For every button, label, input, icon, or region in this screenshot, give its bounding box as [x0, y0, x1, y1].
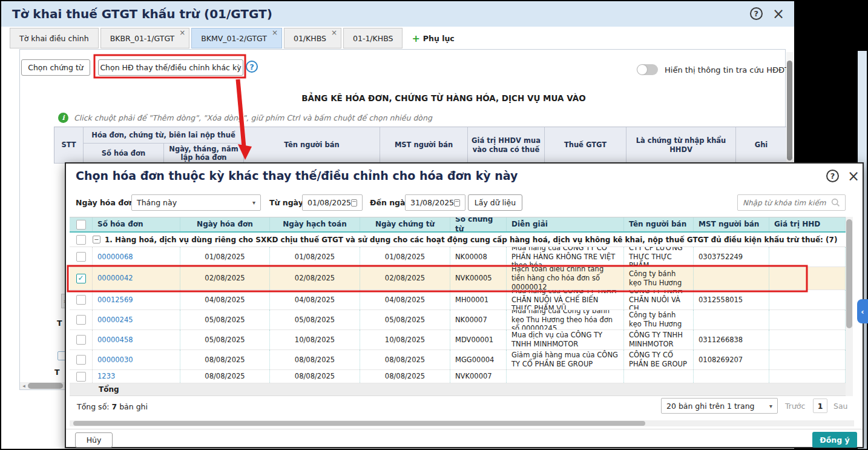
tab[interactable]: 01/KHBS ×	[284, 28, 341, 48]
einvoice-lookup-toggle[interactable]	[637, 64, 658, 75]
ok-button[interactable]: Đồng ý	[812, 432, 857, 448]
calendar-icon[interactable]	[351, 199, 357, 207]
invoice-number-link[interactable]: 00000245	[97, 316, 133, 325]
modal-help-icon[interactable]: ?	[826, 170, 839, 182]
next-page-button[interactable]: Sau	[833, 402, 848, 411]
column-stt: STT	[54, 127, 84, 164]
invoice-number-link[interactable]: 1233	[97, 372, 115, 381]
value-cell	[769, 350, 846, 369]
feature-help-icon[interactable]: ?	[246, 61, 258, 73]
collapse-icon[interactable]: −	[93, 236, 100, 243]
invoice-number-link[interactable]: 00012569	[97, 296, 133, 305]
invoice-date-cell: 08/08/2025	[180, 370, 270, 383]
current-page-box[interactable]: 1	[813, 399, 827, 413]
group-row[interactable]: − 1. Hàng hoá, dịch vụ dùng riêng cho SX…	[70, 233, 846, 247]
window-titlebar: Tờ khai thuế GTGT khấu trừ (01/GTGT) ? ×	[1, 1, 794, 27]
clipped-text-fragment: T	[57, 319, 62, 328]
seller-name-cell: CÔNG TY TNHH CHĂN NUÔI VÀ CH...	[624, 290, 694, 309]
tab-close-icon[interactable]: ×	[272, 29, 278, 36]
row-checkbox[interactable]: ✓	[76, 274, 86, 283]
column-vat: Thuế GTGT	[545, 127, 626, 164]
search-input[interactable]	[743, 199, 831, 207]
value-cell	[769, 247, 846, 266]
search-icon	[831, 198, 840, 207]
tab[interactable]: Tờ khai điều chỉnh	[10, 28, 99, 48]
select-all-checkbox[interactable]	[76, 220, 86, 230]
tab-strip: Tờ khai điều chỉnh BKBR_01-1/GTGT × BKMV…	[10, 28, 462, 48]
horizontal-scrollbar[interactable]: ◂	[20, 382, 66, 389]
modal-horizontal-scrollbar-thumb[interactable]	[73, 421, 645, 426]
invoice-row[interactable]: 00000068 01/08/2025 01/08/2025 01/08/202…	[70, 247, 846, 267]
col-document-no: Số chứng từ	[450, 217, 507, 231]
close-icon[interactable]: ×	[772, 8, 784, 20]
invoice-row[interactable]: 00000458 05/08/2025 10/08/2025 10/08/202…	[70, 330, 846, 350]
purchase-table-header: STT Hóa đơn, chứng từ, biên lai nộp thuế…	[54, 127, 787, 164]
to-date-input[interactable]: 31/08/2025	[405, 194, 465, 211]
document-number-cell: NVK00005	[450, 267, 507, 290]
period-select[interactable]: Tháng này ▾	[131, 194, 261, 211]
info-icon: i	[58, 113, 68, 123]
value-cell	[769, 290, 846, 309]
invoice-date-filter-label: Ngày hóa đơn*	[76, 198, 140, 207]
seller-name-cell: CÔNG TY TNHH MINHMOTOR	[624, 330, 694, 349]
add-tab-button[interactable]: + Phụ lục	[404, 28, 461, 48]
tax-code-cell: 0108269207	[694, 350, 769, 369]
tab[interactable]: BKMV_01-2/GTGT ×	[191, 28, 282, 48]
invoice-row[interactable]: 1233 08/08/2025 08/08/2025 08/08/2025 NV…	[70, 370, 846, 383]
description-cell: Mua hàng của CÔNG TY CỔ PHẦN HÀNG KHÔNG …	[507, 247, 624, 266]
column-invoice-group: Hóa đơn, chứng từ, biên lai nộp thuế	[84, 127, 244, 144]
help-icon[interactable]: ?	[750, 7, 763, 20]
horizontal-scrollbar-thumb[interactable]	[28, 383, 63, 389]
invoice-date-cell: 01/08/2025	[180, 247, 270, 266]
tax-code-cell: 0312558015	[694, 290, 769, 309]
modal-table-body: 00000068 01/08/2025 01/08/2025 01/08/202…	[70, 247, 846, 383]
row-checkbox[interactable]	[76, 252, 86, 262]
invoice-row[interactable]: ✓ 00000042 02/08/2025 02/08/2025 02/08/2…	[70, 267, 846, 290]
vertical-scrollbar-thumb[interactable]	[787, 61, 792, 160]
tab[interactable]: 01-1/KHBS	[343, 28, 403, 48]
scroll-left-icon[interactable]: ◂	[20, 383, 28, 389]
posting-date-cell: 04/08/2025	[270, 290, 360, 309]
invoice-row[interactable]: 00000245 05/08/2025 05/08/2025 05/08/202…	[70, 310, 846, 330]
row-checkbox[interactable]	[76, 372, 86, 382]
posting-date-cell: 05/08/2025	[270, 310, 360, 329]
invoice-number-link[interactable]: 00000458	[97, 336, 133, 345]
row-checkbox[interactable]	[76, 315, 86, 325]
modal-vertical-scrollbar-thumb[interactable]	[846, 219, 852, 328]
modal-close-icon[interactable]: ×	[847, 170, 860, 182]
invoice-row[interactable]: 00012569 04/08/2025 04/08/2025 04/08/202…	[70, 290, 846, 310]
select-documents-button[interactable]: Chọn chứng từ	[21, 59, 90, 76]
description-cell: Hạch toán điều chỉnh tăng tiền hàng cho …	[507, 267, 624, 290]
add-tab-label: Phụ lục	[423, 34, 455, 43]
select-invoice-modal: Chọn hóa đơn thuộc kỳ khác thay thế/điều…	[65, 162, 864, 448]
side-panel-handle[interactable]: ‹	[857, 299, 868, 323]
document-number-cell: MH00001	[450, 290, 507, 309]
row-checkbox[interactable]	[76, 355, 86, 365]
seller-name-cell: Công ty bánh kẹo Thu Hương	[624, 310, 694, 329]
select-invoice-other-period-button[interactable]: Chọn HĐ thay thế/điều chỉnh khác kỳ	[98, 59, 243, 76]
document-number-cell: NK00008	[450, 247, 507, 266]
prev-page-button[interactable]: Trước	[785, 402, 805, 411]
row-checkbox[interactable]	[76, 335, 86, 345]
document-date-cell: 08/08/2025	[360, 370, 450, 383]
search-box[interactable]	[737, 194, 846, 211]
row-checkbox[interactable]	[76, 295, 86, 305]
invoice-number-link[interactable]: 00000042	[97, 274, 133, 283]
column-seller: Tên người bán	[244, 127, 380, 164]
load-data-button[interactable]: Lấy dữ liệu	[468, 194, 522, 211]
tab-label: Tờ khai điều chỉnh	[19, 34, 89, 43]
modal-vertical-scrollbar[interactable]	[846, 217, 853, 396]
invoice-number-link[interactable]: 00000030	[97, 356, 133, 365]
from-date-input[interactable]: 01/08/2025	[302, 194, 363, 211]
cancel-button[interactable]: Hủy	[75, 432, 113, 448]
group-checkbox[interactable]	[76, 235, 86, 245]
tab-close-icon[interactable]: ×	[179, 29, 185, 36]
page-size-select[interactable]: 20 bản ghi trên 1 trang ▾	[661, 398, 778, 414]
posting-date-cell: 08/08/2025	[270, 350, 360, 369]
tab[interactable]: BKBR_01-1/GTGT ×	[100, 28, 190, 48]
invoice-number-link[interactable]: 00000068	[97, 253, 133, 262]
invoice-row[interactable]: 00000030 08/08/2025 08/08/2025 08/08/202…	[70, 350, 846, 370]
calendar-icon[interactable]	[454, 199, 460, 207]
tab-close-icon[interactable]: ×	[331, 29, 337, 36]
modal-horizontal-scrollbar[interactable]	[70, 420, 854, 426]
